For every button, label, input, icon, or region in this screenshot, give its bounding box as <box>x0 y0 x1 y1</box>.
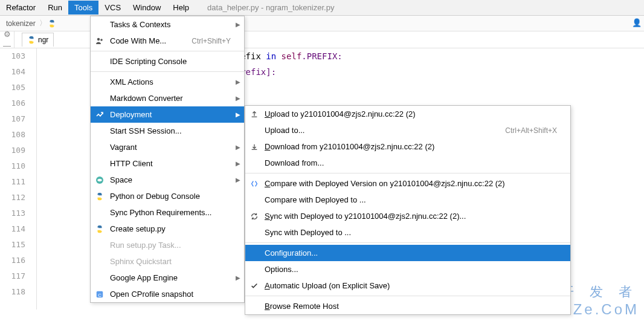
line-number: 104 <box>0 64 25 80</box>
line-number: 116 <box>0 253 25 268</box>
line-number: 115 <box>0 237 25 253</box>
menu-item-label: Sync with Deployed to y210101004@zjs2.nj… <box>265 212 557 221</box>
deploy-menu-item-configuration[interactable]: Configuration... <box>245 245 570 261</box>
tools-menu-item-run-setup-py-task: Run setup.py Task... <box>91 237 244 253</box>
deploy-menu-item-download-from[interactable]: Download from... <box>245 155 570 171</box>
deploy-icon <box>94 109 105 120</box>
menu-vcs[interactable]: VCS <box>98 1 127 15</box>
menu-item-label: Create setup.py <box>110 224 231 233</box>
tools-menu-item-google-app-engine[interactable]: Google App Engine▶ <box>91 270 244 286</box>
menu-item-label: Python or Debug Console <box>110 192 231 201</box>
watermark-text: 开 发 者 <box>561 283 638 301</box>
deploy-menu-item-compare-with-deployed-to[interactable]: Compare with Deployed to ... <box>245 192 570 208</box>
user-icon[interactable]: 👤 <box>632 18 642 27</box>
line-number: 110 <box>0 158 25 174</box>
tools-menu-item-sync-python-requirements[interactable]: Sync Python Requirements... <box>91 204 244 221</box>
line-number: 107 <box>0 111 25 127</box>
menu-item-label: Options... <box>265 265 557 274</box>
submenu-arrow-icon: ▶ <box>236 21 240 28</box>
upload-icon <box>249 109 260 120</box>
python-file-icon <box>27 36 36 44</box>
menu-item-label: Space <box>110 175 231 184</box>
deploy-menu-item-options[interactable]: Options... <box>245 261 570 277</box>
menu-refactor[interactable]: Refactor <box>0 1 42 15</box>
submenu-arrow-icon: ▶ <box>236 144 240 151</box>
menu-separator <box>245 296 570 296</box>
python-file-icon <box>48 19 56 28</box>
tools-menu-item-deployment[interactable]: Deployment▶ <box>91 106 244 123</box>
tools-menu-item-code-with-me[interactable]: Code With Me...Ctrl+Shift+Y <box>91 33 244 49</box>
line-number: 111 <box>0 174 25 190</box>
menu-item-shortcut: Ctrl+Shift+Y <box>192 37 231 45</box>
tools-menu-item-open-cprofile-snapshot[interactable]: COpen CProfile snapshot <box>91 286 244 302</box>
menu-run[interactable]: Run <box>42 1 68 15</box>
editor-tab-active[interactable]: ngr <box>22 33 54 47</box>
menu-item-label: Code With Me... <box>110 36 173 45</box>
svg-point-0 <box>97 37 100 40</box>
menu-item-label: HTTP Client <box>110 159 231 168</box>
menu-item-label: Deployment <box>110 110 231 119</box>
menu-separator <box>245 173 570 173</box>
breadcrumb-item[interactable]: tokenizer <box>4 19 38 28</box>
deploy-menu-item-sync-with-deployed-to[interactable]: Sync with Deployed to ... <box>245 224 570 241</box>
title-path: data_helper.py - ngram_tokenizer.py <box>207 3 334 12</box>
line-number: 103 <box>0 48 25 64</box>
submenu-arrow-icon: ▶ <box>236 111 240 118</box>
deployment-submenu: Upload to y210101004@zjs2.njnu.cc:22 (2)… <box>245 105 571 315</box>
tools-menu-item-create-setup-py[interactable]: Create setup.py <box>91 221 244 237</box>
line-number: 114 <box>0 221 25 237</box>
tools-menu-item-xml-actions[interactable]: XML Actions▶ <box>91 74 244 90</box>
menu-item-label: Download from... <box>265 158 557 167</box>
line-number: 118 <box>0 284 25 300</box>
users-icon <box>94 36 105 47</box>
menu-item-label: Open CProfile snapshot <box>110 290 231 299</box>
submenu-arrow-icon: ▶ <box>236 79 240 85</box>
tools-menu-item-http-client[interactable]: HTTP Client▶ <box>91 155 244 172</box>
tools-menu-item-python-or-debug-console[interactable]: Python or Debug Console <box>91 188 244 204</box>
menu-item-label: Upload to y210101004@zjs2.njnu.cc:22 (2) <box>265 109 557 118</box>
tools-menu-item-sphinx-quickstart: Sphinx Quickstart <box>91 253 244 270</box>
deploy-menu-item-compare-with-deployed-version-on-y210101[interactable]: Compare with Deployed Version on y210101… <box>245 175 570 192</box>
python-icon <box>94 191 105 202</box>
menu-item-shortcut: Ctrl+Alt+Shift+X <box>505 126 557 135</box>
deploy-menu-item-download-from-y210101004-zjs2-njnu-cc-22[interactable]: Download from y210101004@zjs2.njnu.cc:22… <box>245 138 570 155</box>
menu-separator <box>91 71 244 72</box>
download-icon <box>249 141 260 152</box>
breadcrumb-separator: 〉 <box>38 18 48 28</box>
tools-menu-item-start-ssh-session[interactable]: Start SSH Session... <box>91 123 244 139</box>
submenu-arrow-icon: ▶ <box>236 177 240 183</box>
tools-menu-item-ide-scripting-console[interactable]: IDE Scripting Console <box>91 53 244 70</box>
menu-item-label: Start SSH Session... <box>110 126 231 135</box>
line-number: 112 <box>0 190 25 206</box>
deploy-menu-item-upload-to[interactable]: Upload to...Ctrl+Alt+Shift+X <box>245 122 570 138</box>
deploy-menu-item-upload-to-y210101004-zjs2-njnu-cc-22-2[interactable]: Upload to y210101004@zjs2.njnu.cc:22 (2) <box>245 106 570 122</box>
tools-menu-item-vagrant[interactable]: Vagrant▶ <box>91 139 244 155</box>
deploy-menu-item-automatic-upload-on-explicit-save[interactable]: Automatic Upload (on Explicit Save) <box>245 277 570 294</box>
svg-text:C: C <box>98 292 101 297</box>
menu-item-label: Tasks & Contexts <box>110 20 231 29</box>
cprofile-icon: C <box>94 289 105 300</box>
menu-item-label: Configuration... <box>265 248 557 258</box>
menu-item-label: Sync with Deployed to ... <box>265 228 557 237</box>
menu-item-label: IDE Scripting Console <box>110 57 231 66</box>
svg-point-1 <box>100 39 103 41</box>
deploy-menu-item-browse-remote-host[interactable]: Browse Remote Host <box>245 298 570 314</box>
tools-menu-item-space[interactable]: Space▶ <box>91 172 244 188</box>
menu-item-label: Google App Engine <box>110 273 231 282</box>
tools-menu-dropdown: Tasks & Contexts▶Code With Me...Ctrl+Shi… <box>90 16 245 303</box>
menu-item-label: Compare with Deployed to ... <box>265 195 557 204</box>
line-number: 106 <box>0 96 25 111</box>
menu-window[interactable]: Window <box>127 1 167 15</box>
line-number: 113 <box>0 206 25 221</box>
menu-separator <box>245 242 570 243</box>
menu-separator <box>91 51 244 51</box>
menu-tools[interactable]: Tools <box>68 1 98 15</box>
menu-item-label: Browse Remote Host <box>265 302 557 311</box>
tools-menu-item-markdown-converter[interactable]: Markdown Converter▶ <box>91 90 244 106</box>
menu-help[interactable]: Help <box>167 1 195 15</box>
deploy-menu-item-sync-with-deployed-to-y210101004-zjs2-nj[interactable]: Sync with Deployed to y210101004@zjs2.nj… <box>245 208 570 224</box>
editor-tab-label: ngr <box>38 36 48 44</box>
gear-icon[interactable]: ⚙ <box>4 30 11 39</box>
line-number: 109 <box>0 143 25 158</box>
tools-menu-item-tasks-contexts[interactable]: Tasks & Contexts▶ <box>91 16 244 33</box>
